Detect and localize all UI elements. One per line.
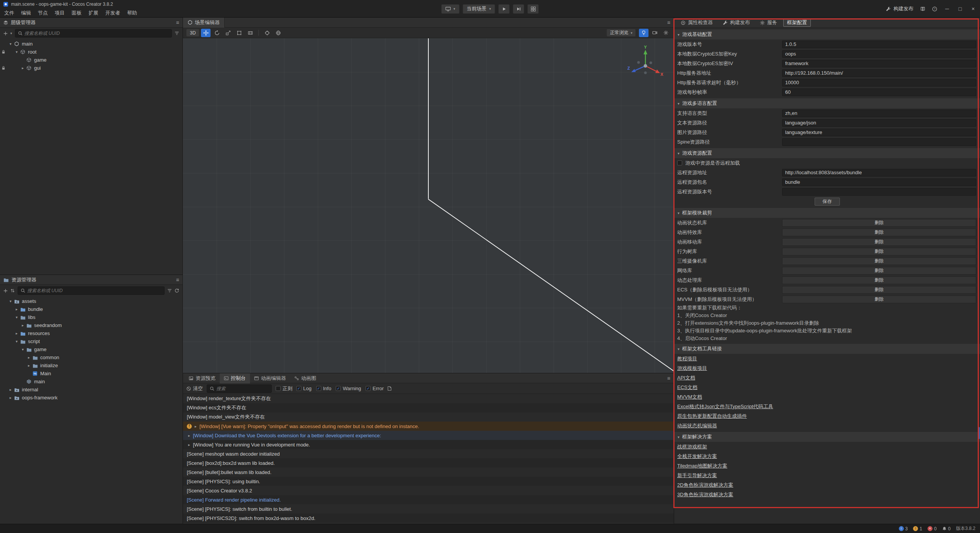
close-button[interactable]: × (970, 6, 976, 12)
pivot-toggle-button[interactable] (262, 29, 272, 37)
asset-node[interactable]: ▾assets (0, 297, 183, 305)
filter-info-toggle[interactable]: ✓Info (316, 386, 332, 391)
expand-arrow-icon[interactable]: ▾ (8, 299, 13, 303)
log-row[interactable]: [Window] ecs文件夹不存在 (183, 403, 674, 412)
checkbox-icon[interactable]: ✓ (366, 386, 371, 391)
collapse-arrow-icon[interactable]: ▾ (678, 151, 679, 155)
world-local-toggle-button[interactable] (273, 29, 283, 37)
doc-link[interactable]: MVVM文档 (677, 394, 702, 401)
expand-arrow-icon[interactable]: ▾ (14, 315, 20, 319)
expand-arrow-icon[interactable]: ▸ (26, 363, 32, 368)
log-row[interactable]: [Scene] Forward render pipeline initiali… (183, 495, 674, 504)
log-count-badge[interactable]: i 3 (899, 526, 908, 531)
log-row[interactable]: [Scene] Cocos Creator v3.8.2 (183, 486, 674, 495)
doc-link[interactable]: 原生包热更新配置自动生成插件 (677, 413, 747, 420)
asset-node[interactable]: ▸bundle (0, 305, 183, 313)
asset-node[interactable]: ▸initialize (0, 361, 183, 370)
asset-node[interactable]: ▸oops-framework (0, 394, 183, 402)
asset-node[interactable]: TSMain (0, 370, 183, 378)
sort-icon[interactable] (10, 288, 15, 293)
module-delete-button[interactable]: 删除 (782, 257, 976, 265)
inspector-tab[interactable]: 服务 (756, 19, 781, 27)
console-tab[interactable]: 动画编辑器 (250, 373, 290, 383)
filter-error-toggle[interactable]: ✓Error (366, 386, 384, 391)
section-header[interactable]: ▾游戏多语言配置 (674, 98, 980, 108)
rotate-tool-button[interactable] (212, 29, 222, 37)
scene-camera-button[interactable] (650, 29, 660, 37)
minimize-button[interactable]: ─ (944, 6, 950, 12)
panel-menu-icon[interactable]: ≡ (667, 375, 674, 381)
scale-tool-button[interactable] (223, 29, 233, 37)
field-input[interactable] (782, 79, 976, 87)
log-row[interactable]: ▸[Window] You are running Vue in develop… (183, 440, 674, 449)
field-input[interactable] (782, 169, 976, 177)
doc-link[interactable]: 战棋游戏框架 (677, 443, 707, 450)
expand-arrow-icon[interactable]: ▸ (8, 396, 13, 400)
module-delete-button[interactable]: 删除 (782, 296, 976, 303)
module-delete-button[interactable]: 删除 (782, 238, 976, 246)
menu-item[interactable]: 面板 (68, 8, 85, 18)
checkbox-icon[interactable] (677, 160, 682, 165)
module-delete-button[interactable]: 删除 (782, 219, 976, 227)
asset-node[interactable]: ▸resources (0, 329, 183, 337)
asset-node[interactable]: ▾libs (0, 313, 183, 321)
checkbox-icon[interactable]: ✓ (296, 386, 301, 391)
filter-icon[interactable] (175, 31, 179, 36)
log-row[interactable]: [Window] model_view文件夹不存在 (183, 412, 674, 422)
collapse-arrow-icon[interactable]: ▾ (678, 33, 679, 37)
section-header[interactable]: ▾游戏基础配置 (674, 29, 980, 39)
hierarchy-search-input[interactable] (24, 31, 169, 36)
axis-gizmo[interactable]: Y X Z (626, 45, 665, 83)
gizmo-z-label[interactable]: Z (627, 66, 630, 70)
ui-tool-button[interactable] (245, 29, 255, 37)
scene-settings-button[interactable] (661, 29, 671, 37)
layout-button[interactable] (528, 4, 539, 14)
view-mode-dropdown[interactable]: 正常浏览 ▾ (606, 29, 636, 37)
gizmo-y-label[interactable]: Y (644, 45, 647, 49)
asset-node[interactable]: ▾game (0, 345, 183, 353)
hierarchy-node[interactable]: game (0, 56, 183, 64)
add-node-icon[interactable] (3, 31, 8, 36)
field-input[interactable] (782, 129, 976, 136)
doc-link[interactable]: Tiledmap地图解决方案 (677, 463, 727, 469)
collapse-arrow-icon[interactable]: ▾ (678, 347, 679, 351)
field-input[interactable] (782, 60, 976, 67)
log-row[interactable]: ▸[Window] Download the Vue Devtools exte… (183, 431, 674, 440)
field-input[interactable] (782, 69, 976, 77)
filter-warning-toggle[interactable]: ✓Warning (336, 386, 361, 391)
menu-item[interactable]: 开发者 (102, 8, 124, 18)
filter-log-toggle[interactable]: ✓Log (296, 386, 312, 391)
menu-item[interactable]: 帮助 (124, 8, 140, 18)
scene-light-toggle[interactable] (639, 29, 648, 37)
hierarchy-node[interactable]: ▾root (0, 48, 183, 56)
scene-editor-tab[interactable]: 场景编辑器 (183, 18, 225, 28)
console-search-input[interactable] (216, 386, 269, 391)
expand-arrow-icon[interactable]: ▾ (8, 42, 13, 46)
error-count-badge[interactable]: × 0 (928, 526, 937, 531)
console-tab[interactable]: 动画图 (290, 373, 320, 383)
field-input[interactable] (782, 110, 976, 117)
regex-toggle[interactable]: 正则 (276, 385, 292, 392)
asset-node[interactable]: ▸common (0, 353, 183, 361)
expand-arrow-icon[interactable]: ▾ (14, 50, 20, 54)
doc-link[interactable]: 动画状态机编辑器 (677, 422, 717, 429)
log-row[interactable]: [Scene] [PHYSICS2D]: switch from box2d-w… (183, 513, 674, 523)
section-header[interactable]: ▾框架文档工具链接 (674, 344, 980, 354)
console-tab[interactable]: 控制台 (220, 373, 250, 383)
section-header[interactable]: ▾框架模块裁剪 (674, 208, 980, 218)
module-delete-button[interactable]: 删除 (782, 286, 976, 294)
collapse-arrow-icon[interactable]: ▾ (678, 101, 679, 106)
notification-badge[interactable]: 0 (942, 526, 951, 531)
expand-arrow-icon[interactable]: ▸ (8, 387, 13, 392)
doc-link[interactable]: 教程项目 (677, 355, 697, 362)
inspector-tab[interactable]: 框架配置 (783, 19, 811, 27)
build-publish-button[interactable]: 构建发布 (886, 5, 913, 12)
clear-console-button[interactable]: 清空 (186, 385, 203, 392)
section-header[interactable]: ▾框架解决方案 (674, 432, 980, 442)
rect-tool-button[interactable] (234, 29, 244, 37)
expand-arrow-icon[interactable]: ▸ (187, 433, 191, 438)
doc-link[interactable]: API文档 (677, 374, 695, 381)
panel-menu-icon[interactable]: ≡ (176, 20, 179, 26)
checkbox-icon[interactable]: ✓ (316, 386, 321, 391)
gizmo-x-label[interactable]: X (660, 72, 663, 77)
